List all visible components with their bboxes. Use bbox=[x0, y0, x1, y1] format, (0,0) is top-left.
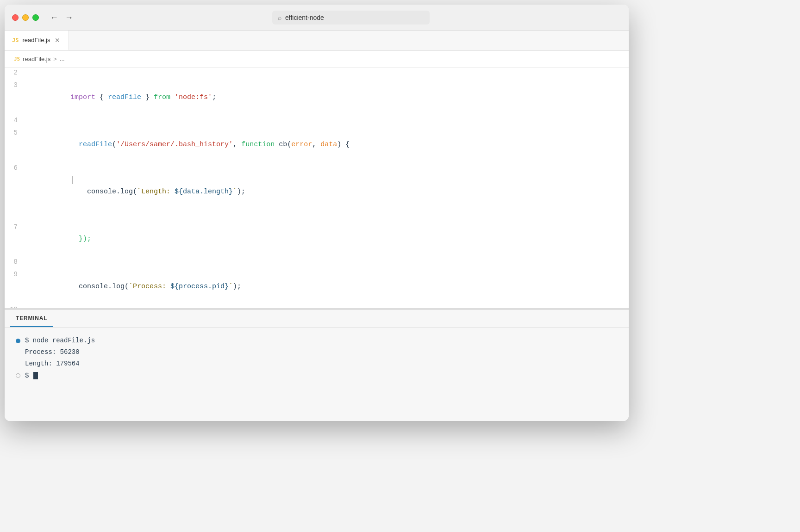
search-icon: ⌕ bbox=[278, 14, 281, 21]
line-content-6: console.log(`Length: ${data.length}`); bbox=[29, 162, 629, 222]
template-end-9: ` bbox=[229, 283, 233, 291]
terminal-line-4: $ bbox=[16, 370, 618, 382]
code-line-8: 8 bbox=[5, 257, 629, 269]
code-line-3: 3 import { readFile } from 'node:fs'; bbox=[5, 80, 629, 115]
semicolon-3: ; bbox=[212, 93, 216, 101]
close-button[interactable] bbox=[12, 14, 19, 21]
close-7: }); bbox=[70, 235, 91, 243]
terminal-line-2: Process: 56230 bbox=[16, 346, 618, 358]
code-line-7: 7 }); bbox=[5, 222, 629, 257]
terminal-panel: TERMINAL $ node readFile.js Process: 562… bbox=[5, 310, 629, 421]
code-line-6: 6 console.log(`Length: ${data.length}`); bbox=[5, 162, 629, 222]
string-path: '/Users/samer/.bash_history' bbox=[116, 141, 233, 148]
paren-5: ( bbox=[112, 141, 116, 148]
template-start-6: `Length: bbox=[137, 188, 175, 196]
line-content-7: }); bbox=[29, 222, 629, 257]
search-input[interactable] bbox=[285, 14, 424, 21]
brace-close: } bbox=[141, 93, 154, 101]
template-start-9: `Process: bbox=[129, 283, 170, 291]
traffic-lights bbox=[12, 14, 39, 21]
terminal-length-output: Length: 179564 bbox=[25, 358, 80, 370]
code-line-5: 5 readFile('/Users/samer/.bash_history',… bbox=[5, 127, 629, 163]
param-data: data bbox=[320, 141, 337, 148]
terminal-dot-active bbox=[16, 339, 20, 343]
terminal-dot-inactive bbox=[16, 373, 20, 378]
template-expr-6: ${data.length} bbox=[175, 188, 233, 196]
comma-5: , bbox=[233, 141, 241, 148]
breadcrumb-extra: ... bbox=[60, 56, 65, 62]
back-button[interactable]: ← bbox=[48, 12, 60, 23]
terminal-content[interactable]: $ node readFile.js Process: 56230 Length… bbox=[5, 328, 629, 421]
line-number-10: 10 bbox=[5, 304, 29, 309]
terminal-prompt: $ bbox=[25, 370, 29, 382]
space bbox=[170, 93, 175, 101]
terminal-tab[interactable]: TERMINAL bbox=[10, 310, 53, 327]
breadcrumb: JS readFile.js > ... bbox=[5, 51, 629, 68]
minimize-button[interactable] bbox=[22, 14, 29, 21]
forward-button[interactable]: → bbox=[63, 12, 75, 23]
line-content-3: import { readFile } from 'node:fs'; bbox=[29, 80, 629, 115]
titlebar: ← → ⌕ bbox=[5, 5, 629, 31]
tabbar: JS readFile.js ✕ bbox=[5, 31, 629, 51]
close-6: ); bbox=[237, 188, 245, 196]
template-expr-9: ${process.pid} bbox=[170, 283, 229, 291]
indent-5 bbox=[70, 141, 79, 148]
line-number-3: 3 bbox=[5, 80, 29, 91]
line-number-6: 6 bbox=[5, 163, 29, 174]
brace-open: { bbox=[95, 93, 108, 101]
keyword-import: import bbox=[70, 93, 95, 101]
code-line-10: 10 bbox=[5, 304, 629, 309]
identifier-readfile: readFile bbox=[108, 93, 141, 101]
code-line-9: 9 console.log(`Process: ${process.pid}`)… bbox=[5, 269, 629, 304]
breadcrumb-filename: readFile.js bbox=[23, 56, 50, 62]
terminal-cmd: $ node readFile.js bbox=[25, 335, 95, 346]
tab-label: readFile.js bbox=[22, 37, 50, 43]
terminal-tabbar: TERMINAL bbox=[5, 310, 629, 328]
line-number-9: 9 bbox=[5, 269, 29, 280]
line-content-5: readFile('/Users/samer/.bash_history', f… bbox=[29, 127, 629, 163]
fn-cb: cb( bbox=[275, 141, 291, 148]
line-number-8: 8 bbox=[5, 257, 29, 268]
terminal-line-3: Length: 179564 bbox=[16, 358, 618, 370]
editor: 2 3 import { readFile } from 'node:fs'; … bbox=[5, 68, 629, 421]
console-6: console.log( bbox=[70, 188, 137, 196]
string-nodefs: 'node:fs' bbox=[175, 93, 212, 101]
code-line-4: 4 bbox=[5, 115, 629, 127]
close-tab-icon[interactable]: ✕ bbox=[54, 37, 61, 44]
close-9: ); bbox=[233, 283, 241, 291]
fn-open: ) { bbox=[337, 141, 350, 148]
maximize-button[interactable] bbox=[32, 14, 39, 21]
vscode-window: ← → ⌕ JS readFile.js ✕ JS readFile.js > … bbox=[5, 5, 629, 421]
keyword-function: function bbox=[241, 141, 275, 148]
breadcrumb-separator: > bbox=[53, 56, 57, 62]
terminal-cursor bbox=[33, 372, 38, 379]
line-number-5: 5 bbox=[5, 128, 29, 139]
tab-readfile[interactable]: JS readFile.js ✕ bbox=[5, 31, 69, 50]
code-line-2: 2 bbox=[5, 68, 629, 80]
line-number-7: 7 bbox=[5, 222, 29, 233]
terminal-line-1: $ node readFile.js bbox=[16, 335, 618, 346]
code-area[interactable]: 2 3 import { readFile } from 'node:fs'; … bbox=[5, 68, 629, 308]
line-content-9: console.log(`Process: ${process.pid}`); bbox=[29, 269, 629, 304]
indent-bar: console.log(`Length: ${data.length}`); bbox=[29, 176, 245, 208]
line-number-4: 4 bbox=[5, 115, 29, 126]
line-number-2: 2 bbox=[5, 68, 29, 79]
breadcrumb-js-icon: JS bbox=[14, 56, 20, 62]
terminal-process-output: Process: 56230 bbox=[25, 346, 80, 358]
fn-readfile-call: readFile bbox=[79, 141, 112, 148]
comma-5b: , bbox=[312, 141, 320, 148]
param-error: error bbox=[291, 141, 312, 148]
template-end-6: ` bbox=[233, 188, 237, 196]
nav-buttons: ← → bbox=[48, 12, 75, 23]
keyword-from: from bbox=[154, 93, 170, 101]
console-9: console.log( bbox=[70, 283, 129, 291]
js-icon: JS bbox=[12, 37, 19, 43]
search-bar[interactable]: ⌕ bbox=[272, 11, 430, 25]
